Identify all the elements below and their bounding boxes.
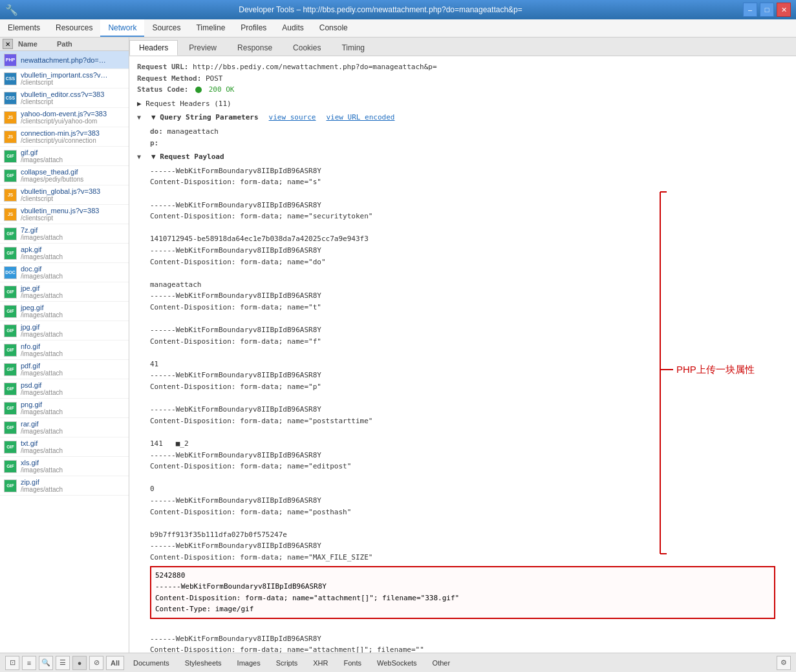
file-name: connection-min.js?v=383 bbox=[21, 129, 100, 137]
payload-line: Content-Disposition: form-data; name="do… bbox=[150, 257, 788, 268]
file-info: zip.gif/images/attach bbox=[21, 478, 63, 493]
query-string-toggle[interactable]: ▼ bbox=[137, 112, 141, 123]
menu-elements[interactable]: Elements bbox=[0, 19, 48, 37]
list-button[interactable]: ☰ bbox=[56, 656, 70, 670]
maximize-button[interactable]: □ bbox=[760, 3, 774, 17]
list-item[interactable]: JSvbulletin_menu.js?v=383/clientscript bbox=[0, 205, 129, 224]
tab-preview[interactable]: Preview bbox=[179, 40, 226, 56]
payload-line bbox=[150, 313, 788, 324]
payload-line: ------WebKitFormBoundaryv8IIBpIdB96ASR8Y bbox=[150, 200, 788, 211]
headers-content: Request URL: http://bbs.pediy.com/newatt… bbox=[129, 56, 796, 653]
file-path: /images/attach bbox=[21, 428, 63, 435]
gif-icon: GIF bbox=[4, 383, 17, 395]
menu-sources[interactable]: Sources bbox=[144, 19, 188, 37]
settings-button[interactable]: ⚙ bbox=[777, 656, 791, 670]
col-path: Path bbox=[57, 40, 72, 48]
list-item[interactable]: GIF7z.gif/images/attach bbox=[0, 224, 129, 244]
request-url-line: Request URL: http://bbs.pediy.com/newatt… bbox=[137, 61, 788, 73]
gif-icon: GIF bbox=[4, 169, 17, 182]
request-method-line: Request Method: POST bbox=[137, 73, 788, 85]
minimize-button[interactable]: – bbox=[743, 3, 757, 17]
search-button[interactable]: 🔍 bbox=[39, 656, 53, 670]
list-item[interactable]: GIFjpe.gif/images/attach bbox=[0, 282, 129, 302]
file-path: /images/attach bbox=[21, 234, 63, 241]
main-layout: ✕ Name Path PHPnewattachment.php?do=…CSS… bbox=[0, 37, 796, 653]
tab-headers[interactable]: Headers bbox=[129, 40, 178, 56]
record-button[interactable]: ● bbox=[72, 656, 87, 670]
list-item[interactable]: GIFcollapse_thead.gif/images/pediy/butto… bbox=[0, 166, 129, 185]
filter-documents[interactable]: Documents bbox=[127, 658, 176, 668]
highlight-line: 5242880 bbox=[155, 570, 770, 582]
list-item[interactable]: GIFnfo.gif/images/attach bbox=[0, 341, 129, 360]
filter-stylesheets[interactable]: Stylesheets bbox=[178, 658, 228, 668]
filter-xhr[interactable]: XHR bbox=[307, 658, 334, 668]
list-item[interactable]: CSSvbulletin_editor.css?v=383/clientscri… bbox=[0, 89, 129, 108]
request-payload-toggle[interactable]: ▼ bbox=[137, 152, 141, 162]
request-headers-line[interactable]: ▶ Request Headers (11) bbox=[137, 98, 788, 110]
list-item[interactable]: GIFjpg.gif/images/attach bbox=[0, 321, 129, 341]
view-source-link[interactable]: view source bbox=[269, 112, 316, 123]
list-item[interactable]: JSvbulletin_global.js?v=383/clientscript bbox=[0, 185, 129, 205]
payload-line: ------WebKitFormBoundaryv8IIBpIdB96ASR8Y bbox=[150, 404, 788, 415]
close-button[interactable]: ✕ bbox=[777, 3, 791, 17]
menu-network[interactable]: Network bbox=[100, 19, 144, 37]
file-info: jpe.gif/images/attach bbox=[21, 284, 63, 299]
payload-line bbox=[150, 222, 788, 234]
list-item[interactable]: GIFpdf.gif/images/attach bbox=[0, 360, 129, 379]
list-item[interactable]: GIFtxt.gif/images/attach bbox=[0, 437, 129, 457]
file-info: newattachment.php?do=… bbox=[21, 56, 106, 64]
tab-response[interactable]: Response bbox=[228, 40, 282, 56]
file-path: /clientscript/yui/connection bbox=[21, 137, 100, 144]
file-name: doc.gif bbox=[21, 265, 63, 273]
list-item[interactable]: JSyahoo-dom-event.js?v=383/clientscript/… bbox=[0, 108, 129, 127]
list-item[interactable]: PHPnewattachment.php?do=… bbox=[0, 51, 129, 69]
filter-all[interactable]: All bbox=[106, 656, 124, 670]
file-path: /images/attach bbox=[21, 253, 63, 260]
query-do-value: manageattach bbox=[167, 127, 219, 136]
list-item[interactable]: GIFjpeg.gif/images/attach bbox=[0, 302, 129, 321]
menu-profiles[interactable]: Profiles bbox=[233, 19, 274, 37]
status-code-value: 200 OK bbox=[209, 85, 235, 94]
list-item[interactable]: GIFpsd.gif/images/attach bbox=[0, 379, 129, 399]
file-info: connection-min.js?v=383/clientscript/yui… bbox=[21, 129, 100, 144]
payload-line: Content-Disposition: form-data; name="po… bbox=[150, 415, 788, 427]
list-item[interactable]: GIFzip.gif/images/attach bbox=[0, 476, 129, 496]
list-item[interactable]: GIFgif.gif/images/attach bbox=[0, 147, 129, 166]
list-item[interactable]: GIFapk.gif/images/attach bbox=[0, 244, 129, 263]
clear-button[interactable]: ⊘ bbox=[89, 656, 103, 670]
list-item[interactable]: JSconnection-min.js?v=383/clientscript/y… bbox=[0, 127, 129, 147]
list-item[interactable]: DOCdoc.gif/images/attach bbox=[0, 263, 129, 282]
list-item[interactable]: CSSvbulletin_important.css?v…/clientscri… bbox=[0, 69, 129, 89]
gif-icon: GIF bbox=[4, 305, 17, 318]
list-item[interactable]: GIFpng.gif/images/attach bbox=[0, 399, 129, 418]
payload-line: 1410712945-be58918da64ec1e7b038da7a42025… bbox=[150, 233, 788, 245]
tab-timing[interactable]: Timing bbox=[332, 40, 374, 56]
console-toggle[interactable]: ≡ bbox=[22, 656, 36, 670]
payload-line bbox=[150, 518, 788, 529]
request-payload-title: ▼ Request Payload bbox=[151, 151, 224, 163]
file-info: vbulletin_global.js?v=383/clientscript bbox=[21, 187, 100, 202]
list-item[interactable]: GIFrar.gif/images/attach bbox=[0, 418, 129, 437]
gif-icon: GIF bbox=[4, 227, 17, 240]
payload-line: ------WebKitFormBoundaryv8IIBpIdB96ASR8Y bbox=[150, 633, 788, 645]
filter-images[interactable]: Images bbox=[231, 658, 267, 668]
tab-cookies[interactable]: Cookies bbox=[283, 40, 330, 56]
panel-close-button[interactable]: ✕ bbox=[3, 39, 13, 49]
filter-other[interactable]: Other bbox=[426, 658, 457, 668]
view-url-encoded-link[interactable]: view URL encoded bbox=[326, 112, 394, 123]
menu-resources[interactable]: Resources bbox=[48, 19, 100, 37]
list-item[interactable]: GIFxls.gif/images/attach bbox=[0, 457, 129, 476]
file-name: nfo.gif bbox=[21, 342, 63, 350]
menu-audits[interactable]: Audits bbox=[274, 19, 311, 37]
file-path: /images/attach bbox=[21, 408, 63, 415]
file-name: newattachment.php?do=… bbox=[21, 56, 106, 64]
left-panel-header: ✕ Name Path bbox=[0, 37, 129, 51]
menu-timeline[interactable]: Timeline bbox=[188, 19, 233, 37]
filter-fonts[interactable]: Fonts bbox=[338, 658, 369, 668]
dock-button[interactable]: ⊡ bbox=[5, 656, 19, 670]
filter-websockets[interactable]: WebSockets bbox=[371, 658, 424, 668]
request-url-label: Request URL: bbox=[137, 63, 188, 71]
menu-console[interactable]: Console bbox=[312, 19, 356, 37]
payload-line: Content-Disposition: form-data; name="se… bbox=[150, 211, 788, 222]
filter-scripts[interactable]: Scripts bbox=[270, 658, 305, 668]
